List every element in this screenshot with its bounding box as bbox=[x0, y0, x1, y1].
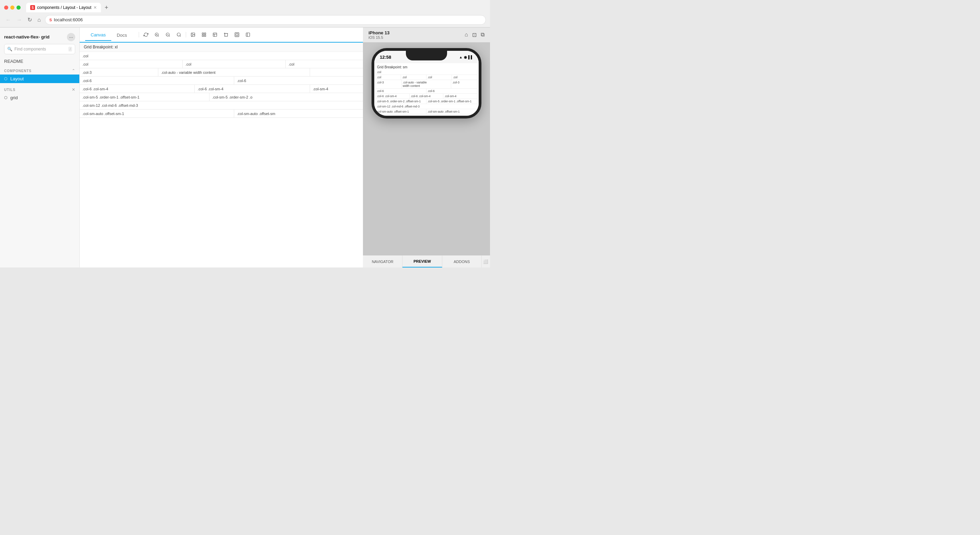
phone-cell-4-2: .col-6 bbox=[426, 89, 477, 93]
phone-row-2: .col .col .col .col bbox=[375, 75, 477, 80]
layout-tool-button[interactable] bbox=[210, 30, 220, 40]
svg-rect-12 bbox=[204, 33, 206, 34]
forward-button[interactable]: → bbox=[15, 16, 23, 24]
grid-cell-2-2: .col bbox=[183, 60, 286, 68]
sidebar-tool-button[interactable] bbox=[243, 30, 253, 40]
crop-tool-button[interactable] bbox=[221, 30, 231, 40]
device-info: iPhone 13 iOS 15.5 bbox=[368, 30, 390, 40]
svg-line-1 bbox=[158, 36, 159, 37]
phone-breakpoint-label: Grid Breakpoint: sm bbox=[375, 65, 477, 70]
phone-cell-5-1: .col-6 .col-sm-4 bbox=[375, 94, 410, 99]
grid-cell-8-1: .col-sm-auto .offset-sm-1 bbox=[80, 110, 234, 118]
image-tool-button[interactable] bbox=[188, 30, 198, 40]
favicon-small: S bbox=[49, 18, 52, 22]
phone-row-6: .col-sm-5 .order-sm-2 .offset-sm-1 .col-… bbox=[375, 99, 477, 104]
tool-separator-1 bbox=[139, 32, 139, 37]
phone-time: 12:58 bbox=[380, 54, 391, 60]
maximize-button[interactable] bbox=[16, 5, 21, 10]
phone-notch bbox=[406, 51, 447, 61]
phone-row-1: .col bbox=[375, 70, 477, 75]
phone-cell-2-2: .col bbox=[401, 75, 426, 80]
phone-row-7: .col-sm-12 .col-md-6 .offset-md-3 bbox=[375, 104, 477, 109]
tab-title: components / Layout - Layout bbox=[37, 5, 91, 10]
grid-cell-6-2: .col-sm-5 .order-sm-2 .o bbox=[210, 93, 363, 101]
sidebar: react-native-flex- grid ··· 🔍 Find compo… bbox=[0, 27, 80, 268]
phone-grid-content: Grid Breakpoint: sm .col .col .col .col … bbox=[374, 63, 479, 116]
grid-row-6: .col-sm-5 .order-sm-1 .offset-sm-1 .col-… bbox=[80, 93, 363, 101]
wifi-icon: ◉ bbox=[464, 55, 467, 59]
more-icon: ··· bbox=[69, 34, 73, 40]
tab-preview[interactable]: PREVIEW bbox=[402, 255, 442, 268]
phone-cell-8-1: .col-sm-auto .offset-sm-1 bbox=[375, 109, 426, 114]
reload-button[interactable]: ↻ bbox=[26, 16, 33, 24]
svg-rect-15 bbox=[213, 33, 217, 37]
components-label: COMPONENTS bbox=[4, 69, 32, 73]
grid-tool-button[interactable] bbox=[199, 30, 209, 40]
minimize-panel-icon[interactable]: ⬜ bbox=[483, 259, 488, 264]
search-tool-button[interactable] bbox=[174, 30, 184, 40]
panel-bottom-tabs: NAVIGATOR PREVIEW ADDONS ⬜ bbox=[363, 255, 490, 268]
url-input[interactable]: S localhost:6006 bbox=[45, 15, 486, 25]
sidebar-item-grid[interactable]: ⬡ grid bbox=[0, 93, 79, 102]
grid-row-1: .col bbox=[80, 52, 363, 60]
phone-device: 12:58 ▲ ◉ ▌▌ Grid Breakpoint: sm bbox=[372, 48, 481, 118]
tab-canvas[interactable]: Canvas bbox=[85, 30, 111, 41]
grid-cell-3-1: .col-3 bbox=[80, 68, 158, 76]
grid-cell-5-1: .col-6 .col-sm-4 bbox=[80, 85, 195, 93]
sidebar-item-layout[interactable]: ⬡ Layout bbox=[0, 75, 79, 83]
components-section: COMPONENTS ⌃ ⬡ Layout bbox=[0, 65, 79, 84]
active-tab[interactable]: S components / Layout - Layout ✕ bbox=[26, 3, 101, 12]
phone-cell-6-1: .col-sm-5 .order-sm-2 .offset-sm-1 bbox=[375, 99, 426, 104]
tab-close-icon[interactable]: ✕ bbox=[94, 5, 97, 10]
zoom-out-tool-button[interactable] bbox=[163, 30, 173, 40]
grid-row-8: .col-sm-auto .offset-sm-1 .col-sm-auto .… bbox=[80, 110, 363, 118]
grid-cell-5-2: .col-6 .col-sm-4 bbox=[195, 85, 310, 93]
grid-item-icon: ⬡ bbox=[4, 96, 8, 100]
back-button[interactable]: ← bbox=[4, 16, 12, 24]
new-tab-button[interactable]: + bbox=[102, 3, 111, 12]
search-bar[interactable]: 🔍 Find components / bbox=[4, 44, 75, 54]
search-shortcut: / bbox=[68, 47, 72, 51]
sidebar-item-readme[interactable]: README bbox=[0, 57, 79, 65]
phone-cell-4-1: .col-6 bbox=[375, 89, 426, 93]
toolbar-tools bbox=[138, 30, 253, 40]
phone-row-3: .col-3 .col-auto - variablewidth content… bbox=[375, 80, 477, 89]
grid-canvas: Grid Breakpoint: xl .col .col .col .col … bbox=[80, 43, 363, 118]
rotate-icon[interactable]: ⧉ bbox=[481, 32, 485, 38]
tab-docs[interactable]: Docs bbox=[111, 30, 132, 40]
svg-point-10 bbox=[192, 33, 192, 34]
minimize-button[interactable] bbox=[10, 5, 14, 10]
sidebar-header: react-native-flex- grid ··· bbox=[0, 27, 79, 44]
tab-addons[interactable]: ADDONS bbox=[442, 255, 482, 268]
home-button[interactable]: ⌂ bbox=[36, 16, 42, 24]
device-controls: ⌂ ⊡ ⧉ bbox=[465, 32, 485, 38]
refresh-tool-button[interactable] bbox=[141, 30, 151, 40]
phone-frame-area: 12:58 ▲ ◉ ▌▌ Grid Breakpoint: sm bbox=[363, 43, 490, 255]
zoom-in-tool-button[interactable] bbox=[152, 30, 162, 40]
phone-panel: iPhone 13 iOS 15.5 ⌂ ⊡ ⧉ 12:58 ▲ ◉ bbox=[363, 27, 490, 268]
layout-item-label: Layout bbox=[10, 76, 24, 81]
readme-label: README bbox=[4, 59, 23, 64]
tab-navigator[interactable]: NAVIGATOR bbox=[363, 255, 402, 268]
grid-cell-6-1: .col-sm-5 .order-sm-1 .offset-sm-1 bbox=[80, 93, 210, 101]
phone-cell-2-3: .col bbox=[426, 75, 452, 80]
grid-cell-5-3: .col-sm-4 bbox=[310, 85, 363, 93]
utils-toggle-icon[interactable]: ✕ bbox=[72, 87, 75, 92]
address-bar: ← → ↻ ⌂ S localhost:6006 bbox=[0, 12, 490, 27]
screenshot-icon[interactable]: ⊡ bbox=[472, 32, 477, 38]
phone-cell-8-2: .col-sm-auto .offset-sm-1 bbox=[426, 109, 477, 114]
more-button[interactable]: ··· bbox=[67, 33, 75, 41]
close-button[interactable] bbox=[4, 5, 8, 10]
svg-point-7 bbox=[177, 33, 180, 36]
home-device-icon[interactable]: ⌂ bbox=[465, 32, 468, 38]
phone-cell-3-1: .col-3 bbox=[375, 80, 402, 88]
tab-favicon: S bbox=[30, 5, 35, 10]
components-section-header: COMPONENTS ⌃ bbox=[0, 67, 79, 75]
components-toggle-icon[interactable]: ⌃ bbox=[72, 68, 75, 73]
canvas-content: Grid Breakpoint: xl .col .col .col .col … bbox=[80, 43, 363, 268]
canvas-toolbar: Canvas Docs bbox=[80, 27, 363, 43]
svg-rect-13 bbox=[204, 35, 206, 37]
utils-label: UTILS bbox=[4, 88, 16, 92]
frame-tool-button[interactable] bbox=[232, 30, 242, 40]
url-text: localhost:6006 bbox=[54, 17, 83, 22]
